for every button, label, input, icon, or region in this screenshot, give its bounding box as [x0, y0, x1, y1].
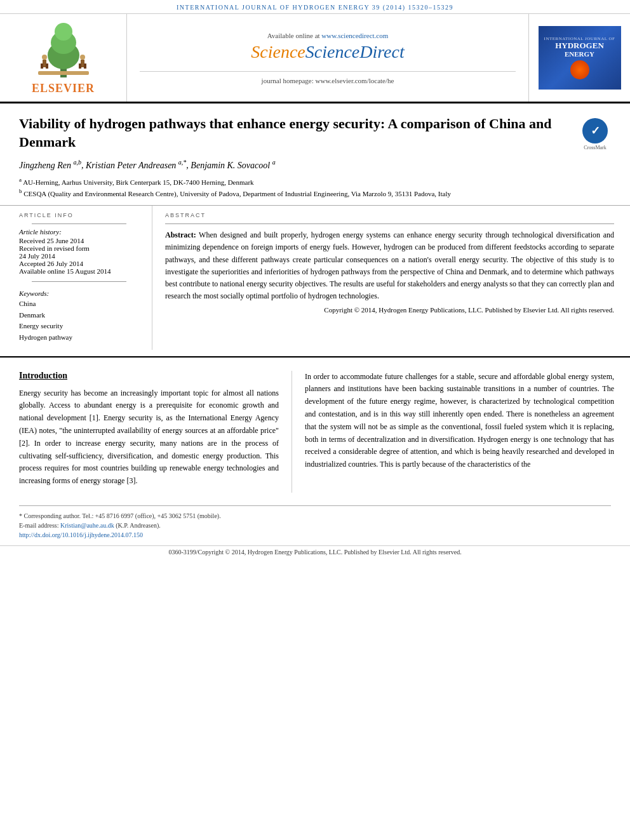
revised-date: 24 July 2014 [19, 252, 139, 260]
journal-cover-image: International Journal of HYDROGEN ENERGY [539, 26, 621, 90]
svg-point-3 [55, 23, 72, 41]
header-area: ELSEVIER Available online at www.science… [0, 14, 630, 103]
received-date: Received 25 June 2014 [19, 237, 139, 244]
sciencedirect-url[interactable]: www.sciencedirect.com [321, 32, 388, 39]
copyright-notice: Copyright © 2014, Hydrogen Energy Public… [165, 306, 614, 314]
footer-content: * Corresponding author. Tel.: +45 8716 6… [0, 511, 630, 543]
email-link[interactable]: Kristian@auhe.au.dk [60, 522, 114, 529]
journal-homepage-label: journal homepage: www.elsevier.com/locat… [140, 71, 516, 84]
abstract-title: ABSTRACT [165, 212, 614, 218]
available-online-text: Available online at www.sciencedirect.co… [267, 32, 389, 39]
email-info: E-mail address: Kristian@auhe.au.dk (K.P… [19, 521, 611, 530]
journal-cover-hydrogen: HYDROGEN [555, 41, 604, 50]
affiliation-b: b CESQA (Quality and Environmental Resea… [19, 187, 570, 199]
crossmark-icon: ✓ [582, 118, 608, 143]
available-date: Available online 15 August 2014 [19, 267, 139, 275]
sciencedirect-logo: ScienceScienceDirect [251, 42, 404, 62]
email-label: E-mail address: [19, 522, 58, 529]
affiliations: a AU-Herning, Aarhus University, Birk Ce… [19, 176, 570, 199]
publisher-logo-area: ELSEVIER [0, 14, 127, 102]
intro-para-1: Energy security has become an increasing… [19, 387, 279, 488]
author-jingzheng: Jingzheng Ren [19, 161, 71, 170]
authors-list: Jingzheng Ren a,b, Kristian Peter Andrea… [19, 159, 570, 171]
affiliation-a: a AU-Herning, Aarhus University, Birk Ce… [19, 176, 570, 187]
abstract-body: Abstract: When designed and built proper… [165, 229, 614, 302]
author-kristian: Kristian Peter Andreasen [86, 161, 176, 170]
body-content: Introduction Energy security has become … [0, 357, 630, 493]
title-content: Viability of hydrogen pathways that enha… [19, 115, 570, 199]
history-label: Article history: [19, 228, 139, 236]
keyword-china: China [19, 298, 139, 310]
corresponding-author-text: * Corresponding author. Tel.: +45 8716 6… [19, 512, 221, 519]
elsevier-tree-icon [32, 20, 95, 81]
svg-rect-12 [38, 71, 89, 75]
body-left-column: Introduction Energy security has become … [0, 371, 292, 493]
abstract-panel: ABSTRACT Abstract: When designed and bui… [152, 206, 630, 349]
journal-title: INTERNATIONAL JOURNAL OF HYDROGEN ENERGY… [177, 4, 453, 11]
article-history: Article history: Received 25 June 2014 R… [19, 228, 139, 275]
intro-para-2: In order to accommodate future challenge… [305, 371, 614, 471]
revised-label: Received in revised form [19, 244, 139, 252]
abstract-label: Abstract: [165, 230, 196, 239]
article-info-title: ARTICLE INFO [19, 212, 139, 218]
keywords-block: Keywords: China Denmark Energy security … [19, 290, 139, 343]
svg-rect-10 [79, 63, 81, 69]
email-suffix: (K.P. Andreasen). [116, 522, 161, 529]
article-info-panel: ARTICLE INFO Article history: Received 2… [0, 206, 152, 349]
crossmark-label: CrossMark [584, 145, 607, 150]
title-section: Viability of hydrogen pathways that enha… [0, 103, 630, 206]
article-title: Viability of hydrogen pathways that enha… [19, 115, 570, 151]
svg-rect-6 [41, 63, 43, 69]
journal-cover-graphic [570, 60, 589, 79]
crossmark-badge: ✓ CrossMark [579, 118, 611, 150]
info-abstract-section: ARTICLE INFO Article history: Received 2… [0, 206, 630, 357]
elsevier-wordmark: ELSEVIER [32, 82, 95, 95]
keyword-energy-security: Energy security [19, 321, 139, 332]
introduction-heading: Introduction [19, 371, 279, 381]
svg-rect-11 [84, 63, 86, 69]
corresponding-author-info: * Corresponding author. Tel.: +45 8716 6… [19, 511, 611, 521]
svg-point-8 [80, 55, 85, 60]
author-benjamin: Benjamin K. Sovacool [191, 161, 270, 170]
footer-separator [19, 505, 611, 511]
footer-bottom-bar: 0360-3199/Copyright © 2014, Hydrogen Ene… [0, 545, 630, 558]
journal-cover-intl: International Journal of [544, 36, 615, 41]
journal-cover-energy: ENERGY [565, 50, 594, 58]
accepted-date: Accepted 26 July 2014 [19, 260, 139, 267]
sciencedirect-area: Available online at www.sciencedirect.co… [127, 14, 528, 102]
keyword-hydrogen-pathway: Hydrogen pathway [19, 332, 139, 343]
keyword-denmark: Denmark [19, 310, 139, 321]
elsevier-logo: ELSEVIER [32, 20, 95, 95]
svg-point-4 [42, 55, 47, 60]
keywords-label: Keywords: [19, 290, 139, 297]
doi-link[interactable]: http://dx.doi.org/10.1016/j.ijhydene.201… [19, 531, 143, 538]
abstract-content: When designed and built properly, hydrog… [165, 230, 614, 300]
journal-cover-area: International Journal of HYDROGEN ENERGY [528, 14, 630, 102]
svg-rect-7 [46, 63, 48, 69]
body-right-column: In order to accommodate future challenge… [292, 371, 630, 493]
journal-header-bar: INTERNATIONAL JOURNAL OF HYDROGEN ENERGY… [0, 0, 630, 14]
